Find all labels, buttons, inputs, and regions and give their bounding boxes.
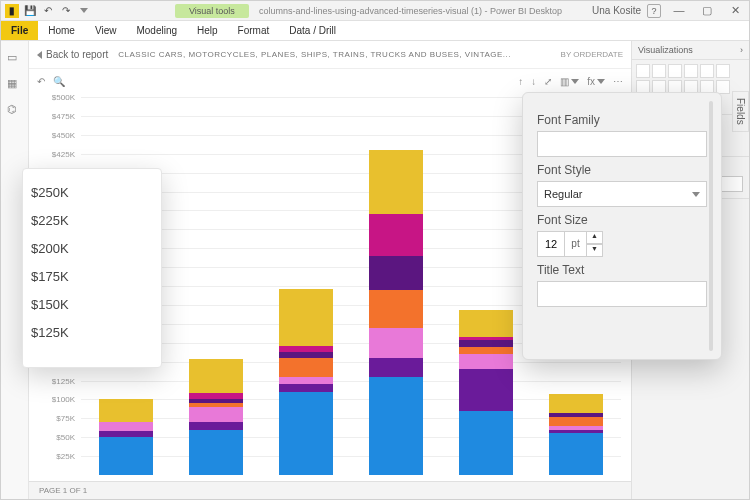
menu-datadrill[interactable]: Data / Drill [279,21,346,40]
axis-zoom-popover: $250K$225K$200K$175K$150K$125K [22,168,162,368]
menu-home[interactable]: Home [38,21,85,40]
bar-segment-planes[interactable] [99,422,153,431]
chevron-down-icon [692,192,700,197]
user-name[interactable]: Una Kosite [592,5,641,16]
menu-view[interactable]: View [85,21,127,40]
menubar: File Home View Modeling Help Format Data… [1,21,749,41]
y-tick: $475K [52,111,75,120]
font-family-label: Font Family [537,113,707,127]
visualizations-header[interactable]: Visualizations› [632,41,749,60]
bar-segment-vintage[interactable] [189,359,243,393]
y-tick: $425K [52,149,75,158]
visual-tools-pill: Visual tools [175,4,249,18]
bar-segment-vintage[interactable] [549,394,603,413]
font-size-input[interactable] [537,231,565,257]
qat-more-icon[interactable] [77,4,91,18]
title-text-input[interactable] [537,281,707,307]
bar-segment-classiccars[interactable] [99,437,153,475]
bar-segment-planes[interactable] [279,377,333,385]
title-text-label: Title Text [537,263,707,277]
undo-icon[interactable]: ↶ [41,4,55,18]
help-icon[interactable]: ? [647,4,661,18]
y-tick: $125K [52,376,75,385]
bar-segment-planes[interactable] [189,407,243,422]
bar-segment-planes[interactable] [369,328,423,358]
data-view-icon[interactable]: ▦ [7,77,23,93]
bar-segment-ships[interactable] [549,417,603,426]
report-view-icon[interactable]: ▭ [7,51,23,67]
save-icon[interactable]: 💾 [23,4,37,18]
drill-up-icon[interactable]: ↑ [518,76,523,87]
axis-popover-tick: $125K [31,319,153,347]
expand-icon[interactable]: ⤢ [544,76,552,87]
popover-scrollbar[interactable] [709,101,713,351]
y-tick: $25K [56,452,75,461]
menu-modeling[interactable]: Modeling [126,21,187,40]
axis-popover-tick: $250K [31,179,153,207]
axis-popover-tick: $150K [31,291,153,319]
document-title: columns-and-lines-using-advanced-timeser… [249,6,592,16]
bar-segment-classiccars[interactable] [279,392,333,475]
chart-type-dropdown[interactable]: ▥ [560,76,579,87]
bar-segment-vintage[interactable] [369,150,423,214]
y-tick: $500K [52,93,75,102]
fields-tab[interactable]: Fields [732,91,749,132]
bar-segment-classiccars[interactable] [189,430,243,475]
format-popover: Font Family Font Style Regular Font Size… [522,92,722,360]
visual-by: BY ORDERDATE [561,50,623,59]
bar-segment-vintage[interactable] [279,289,333,346]
drill-down-icon[interactable]: ↓ [531,76,536,87]
font-style-select[interactable]: Regular [537,181,707,207]
bar-segment-classiccars[interactable] [369,377,423,475]
bar-segment-ships[interactable] [279,358,333,377]
font-size-stepper[interactable]: pt ▲▼ [537,231,609,257]
y-tick: $75K [56,414,75,423]
more-icon[interactable]: ⋯ [613,76,623,87]
fx-dropdown[interactable]: fx [587,76,605,87]
bar-group[interactable]: Sep [171,97,261,475]
bar-segment-classiccars[interactable] [549,433,603,475]
menu-file[interactable]: File [1,21,38,40]
model-view-icon[interactable]: ⌬ [7,103,23,119]
bar-segment-trucks[interactable] [369,214,423,256]
bar-segment-vintage[interactable] [99,399,153,422]
bar-segment-motorcycles[interactable] [459,369,513,411]
app-icon: ▮ [5,4,19,18]
visual-header: Back to report CLASSIC CARS, MOTORCYCLES… [29,41,631,69]
menu-help[interactable]: Help [187,21,228,40]
close-button[interactable]: ✕ [721,4,749,17]
titlebar: ▮ 💾 ↶ ↷ Visual tools columns-and-lines-u… [1,1,749,21]
stepper-up-icon[interactable]: ▲ [587,231,603,244]
bar-segment-planes[interactable] [459,354,513,369]
bar-segment-ships[interactable] [459,347,513,355]
y-tick: $50K [56,433,75,442]
window-controls: — ▢ ✕ [665,4,749,17]
quick-access-toolbar: ▮ 💾 ↶ ↷ [1,4,95,18]
bar-segment-motorcycles[interactable] [279,384,333,392]
search-icon[interactable]: 🔍 [53,76,65,87]
y-tick: $450K [52,130,75,139]
bar-segment-trains[interactable] [369,256,423,290]
stepper-down-icon[interactable]: ▼ [587,244,603,257]
bar-group[interactable]: Oct2017 [261,97,351,475]
redo-icon[interactable]: ↷ [59,4,73,18]
minimize-button[interactable]: — [665,4,693,17]
bar-group[interactable]: Dec [441,97,531,475]
bar-segment-motorcycles[interactable] [189,422,243,430]
axis-popover-tick: $225K [31,207,153,235]
font-family-input[interactable] [537,131,707,157]
font-size-unit: pt [565,231,587,257]
font-size-label: Font Size [537,213,707,227]
back-to-report[interactable]: Back to report [37,49,108,60]
undo-tool-icon[interactable]: ↶ [37,76,45,87]
menu-format[interactable]: Format [228,21,280,40]
axis-popover-tick: $200K [31,235,153,263]
font-style-label: Font Style [537,163,707,177]
bar-segment-vintage[interactable] [459,310,513,336]
bar-group[interactable]: Nov [351,97,441,475]
maximize-button[interactable]: ▢ [693,4,721,17]
bar-segment-ships[interactable] [369,290,423,328]
bar-segment-motorcycles[interactable] [369,358,423,377]
bar-segment-classiccars[interactable] [459,411,513,475]
axis-popover-tick: $175K [31,263,153,291]
